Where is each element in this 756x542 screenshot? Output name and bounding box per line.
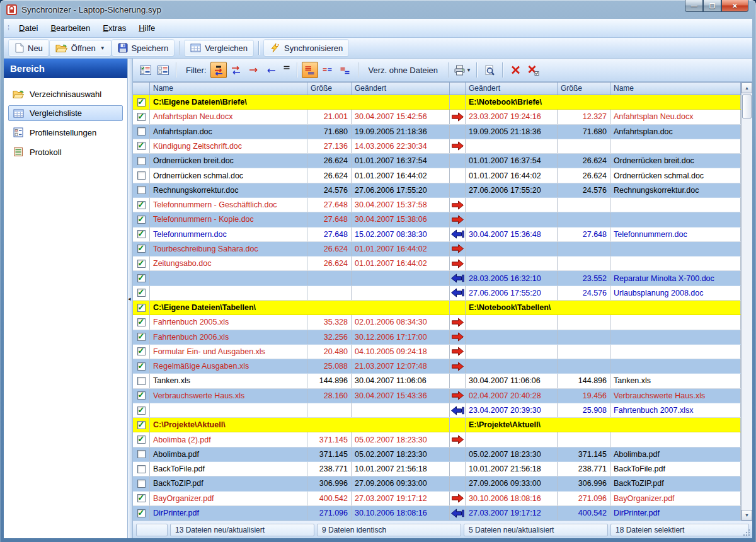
file-row[interactable]: BackToZIP.pdf306.99627.09.2006 09:33:002… [133,476,741,491]
file-row[interactable]: DirPrinter.pdf271.09630.10.2006 18:08:16… [133,506,741,521]
row-checkbox[interactable] [137,450,146,458]
section-row[interactable]: C:\Eigene Dateien\Tabellen\E:\Notebook\T… [133,301,741,315]
sidebar-item-protokoll[interactable]: Protokoll [8,144,123,160]
print-preview-button[interactable] [481,62,498,78]
filter-copy-right-button[interactable] [246,62,262,78]
scroll-down-button[interactable]: ▼ [742,510,752,521]
splitter-collapse-icon[interactable]: ◂ [128,296,131,302]
row-checkbox[interactable] [137,230,146,238]
vertical-scrollbar[interactable]: ▲ ▼ [741,83,752,521]
menubar-grip-handle[interactable]: ⁞ [8,25,9,31]
row-checkbox[interactable] [137,171,146,180]
row-checkbox[interactable] [137,494,146,502]
file-row[interactable]: Tanken.xls144.89630.04.2007 11:06:0630.0… [133,374,741,388]
filter-equal-time-button[interactable] [281,59,292,76]
filter-identical-button[interactable] [319,62,336,78]
section-row[interactable]: C:\Projekte\Aktuell\E:\Projekte\Aktuell\ [133,418,741,432]
dropdown-arrow-icon[interactable]: ▼ [466,67,471,73]
filter-copy-left-button[interactable] [263,62,280,78]
row-checkbox[interactable] [137,127,146,136]
title-bar[interactable]: Synchronizer - Laptop-Sicherung.syp — ❐ … [0,0,756,19]
row-checkbox[interactable] [137,274,146,282]
toolbar-button-ffnen[interactable]: Öffnen▼ [50,40,111,56]
file-row[interactable]: Rechnungskorrektur.doc24.57627.06.2006 1… [133,183,741,198]
row-checkbox[interactable] [137,113,146,121]
file-row[interactable]: Telefonnummern.doc27.64815.02.2007 08:38… [133,228,741,242]
row-checkbox[interactable] [137,435,146,444]
file-row[interactable]: Regelmäßige Ausgaben.xls25.08821.03.2007… [133,359,741,374]
file-row[interactable]: BackToFile.pdf238.77110.01.2007 21:56:18… [133,462,741,476]
resize-grip[interactable] [743,529,750,536]
row-checkbox[interactable] [137,245,146,253]
filter-both-directions-button[interactable] [228,62,244,78]
row-checkbox[interactable] [137,260,146,268]
file-row[interactable]: Verbrauchswerte Haus.xls28.16030.04.2007… [133,389,741,403]
file-row[interactable]: Zeitungsabo.doc26.62401.01.2007 16:44:02 [133,257,741,271]
column-header-gr-e-2[interactable]: Größe [307,83,352,95]
row-checkbox[interactable] [137,186,146,194]
file-row[interactable]: Fahrtenbuch 2006.xls32.25630.12.2006 17:… [133,330,741,345]
file-row[interactable]: Fahrtenbuch 2005.xls35.32802.01.2006 08:… [133,315,741,330]
row-checkbox[interactable] [137,480,146,488]
deselect-all-files-button[interactable] [155,62,171,78]
row-checkbox[interactable] [137,142,146,150]
row-checkbox[interactable] [137,362,146,371]
column-header-ge-ndert-3[interactable]: Geändert [352,83,450,95]
row-checkbox[interactable] [137,201,146,209]
row-checkbox[interactable] [137,304,146,312]
toolbar-button-vergleichen[interactable]: Vergleichen [185,40,253,56]
select-all-files-button[interactable] [137,62,154,78]
menu-item-extras[interactable]: Extras [96,20,132,36]
dropdown-arrow-icon[interactable]: ▼ [100,45,105,51]
delete-button[interactable] [507,62,524,78]
column-header-blank-4[interactable] [450,83,466,95]
toolbar-button-synchronisieren[interactable]: Synchronisieren [264,40,348,56]
menu-item-bearbeiten[interactable]: Bearbeiten [44,20,96,36]
maximize-button[interactable]: ❐ [703,0,721,12]
scroll-up-button[interactable]: ▲ [742,83,752,93]
column-header-name-1[interactable]: Name [150,83,307,95]
sidebar-splitter[interactable]: ◂ [127,59,133,538]
file-row[interactable]: 27.06.2006 17:55:2024.576Urlaubsplanung … [133,286,741,301]
file-row[interactable]: Kündigung Zeitschrift.doc27.13614.03.200… [133,139,741,154]
file-row[interactable]: BayOrganizer.pdf400.54227.03.2007 19:17:… [133,492,741,506]
file-row[interactable]: 28.03.2005 16:32:1023.552Reparatur Minol… [133,271,741,285]
file-row[interactable]: Anfahrtsplan Neu.docx21.00130.04.2007 15… [133,110,741,124]
column-header-blank-0[interactable] [133,83,150,95]
row-checkbox[interactable] [137,391,146,400]
row-checkbox[interactable] [137,333,146,341]
file-row[interactable]: Abolimba.pdf371.14505.02.2007 18:23:3005… [133,447,741,462]
file-row[interactable]: Abolimba (2).pdf371.14505.02.2007 18:23:… [133,432,741,447]
directories-without-files-button[interactable]: Verz. ohne Dateien [363,63,444,78]
column-header-ge-ndert-5[interactable]: Geändert [466,83,558,95]
filter-all-states-button[interactable] [302,62,318,78]
section-row[interactable]: C:\Eigene Dateien\Briefe\E:\Notebook\Bri… [133,95,741,110]
file-row[interactable]: Tourbeschreibung Sahara.doc26.62401.01.2… [133,242,741,257]
row-checkbox[interactable] [137,421,146,429]
file-row[interactable]: Formular Ein- und Ausgaben.xls20.48004.1… [133,345,741,359]
row-checkbox[interactable] [137,347,146,355]
print-button[interactable]: ▼ [453,62,472,78]
row-checkbox[interactable] [137,289,146,297]
toolbar-button-speichern[interactable]: Speichern [112,40,175,56]
minimize-button[interactable]: — [685,0,703,12]
file-row[interactable]: Telefonnummern - Kopie.doc27.64830.04.20… [133,212,741,227]
sidebar-item-verzeichnisauswahl[interactable]: Verzeichnisauswahl [8,86,123,102]
row-checkbox[interactable] [137,157,146,165]
row-checkbox[interactable] [137,465,146,473]
menu-item-datei[interactable]: Datei [13,20,44,36]
sidebar-item-profileinstellungen[interactable]: Profileinstellungen [8,124,123,141]
row-checkbox[interactable] [137,407,146,415]
row-checkbox[interactable] [137,377,146,385]
file-row[interactable]: 23.04.2007 20:39:3025.908Fahrtenbuch 200… [133,403,741,418]
close-button[interactable]: ✕ [721,0,748,12]
file-row[interactable]: Telefonnummern - Geschäftlich.doc27.6483… [133,198,741,212]
sidebar-item-vergleichsliste[interactable]: Vergleichsliste [8,105,123,121]
row-checkbox[interactable] [137,98,146,107]
column-header-gr-e-6[interactable]: Größe [558,83,610,95]
row-checkbox[interactable] [137,318,146,326]
row-checkbox[interactable] [137,216,146,224]
delete-selected-button[interactable] [525,62,541,78]
file-row[interactable]: Anfahrtsplan.doc71.68019.09.2005 21:18:3… [133,125,741,139]
file-row[interactable]: Ordnerrücken schmal.doc26.62401.01.2007 … [133,168,741,183]
